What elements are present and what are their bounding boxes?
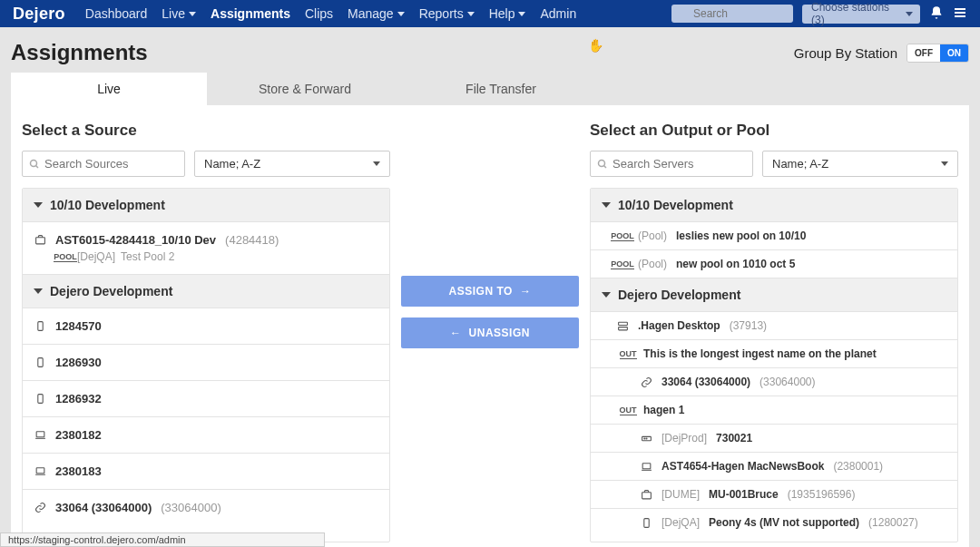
item-label: This is the longest ingest name on the p…	[643, 347, 877, 360]
link-icon	[640, 376, 652, 388]
source-item[interactable]: 2380182	[23, 417, 389, 454]
chevron-down-icon	[467, 12, 475, 16]
output-group-header[interactable]: Dejero Development	[591, 278, 957, 312]
svg-point-15	[599, 161, 605, 167]
chevron-down-icon	[189, 12, 196, 16]
tab-file-transfer[interactable]: File Transfer	[403, 73, 599, 105]
source-item[interactable]: 1286930	[23, 345, 389, 381]
menu-icon[interactable]	[953, 5, 967, 23]
item-label: new pool on 1010 oct 5	[676, 258, 795, 270]
pool-icon: POOL	[616, 258, 629, 270]
svg-rect-8	[37, 322, 42, 331]
source-group-header[interactable]: 10/10 Development	[23, 189, 389, 222]
briefcase-icon	[34, 234, 46, 247]
nav-live[interactable]: Live	[162, 6, 196, 21]
outputs-column: Select an Output or Pool Name; A-Z 10/10…	[590, 122, 958, 542]
svg-rect-10	[37, 395, 42, 404]
svg-point-21	[645, 437, 646, 438]
output-item[interactable]: [DejProd]730021	[591, 425, 957, 453]
chevron-down-icon	[397, 12, 405, 16]
nav-help[interactable]: Help	[489, 6, 526, 21]
arrow-right-icon: →	[520, 285, 532, 298]
item-prefix: (Pool)	[638, 258, 667, 270]
pool-icon: POOL	[59, 250, 72, 263]
stations-select[interactable]: Choose stations (3)	[802, 5, 920, 24]
item-label: AST4654-Hagen MacNewsBook	[662, 460, 824, 473]
output-group-header[interactable]: 10/10 Development	[591, 189, 957, 222]
nav-dashboard[interactable]: Dashboard	[85, 6, 148, 21]
svg-point-5	[31, 161, 37, 167]
source-item[interactable]: 1284570	[23, 308, 389, 345]
device-icon	[34, 393, 46, 405]
global-search-input[interactable]	[671, 5, 793, 23]
sources-search-input[interactable]	[22, 151, 185, 177]
chevron-down-icon	[34, 288, 43, 294]
output-item[interactable]: POOL(Pool)leslies new pool on 10/10	[591, 222, 957, 250]
source-item[interactable]: 33064 (33064000) (33064000)	[23, 490, 389, 525]
chevron-down-icon	[906, 12, 913, 16]
output-item[interactable]: OUTThis is the longest ingest name on th…	[591, 340, 957, 368]
source-item[interactable]: 2380183	[23, 454, 389, 490]
outputs-title: Select an Output or Pool	[590, 122, 958, 140]
toggle-on[interactable]: ON	[940, 44, 968, 62]
sources-sort-select[interactable]: Name; A-Z	[194, 151, 390, 177]
device-icon	[640, 516, 652, 529]
laptop-icon	[640, 460, 652, 473]
nav-clips[interactable]: Clips	[305, 6, 333, 21]
group-name: 10/10 Development	[50, 198, 165, 212]
item-meta: (33064000)	[161, 501, 221, 514]
sources-title: Select a Source	[22, 122, 390, 140]
out-icon: OUT	[622, 347, 634, 360]
output-item[interactable]: 33064 (33064000) (33064000)	[591, 368, 957, 396]
nav-reports[interactable]: Reports	[419, 6, 475, 21]
out-icon: OUT	[622, 404, 634, 416]
sources-column: Select a Source Name; A-Z 10/10 Developm…	[22, 122, 390, 542]
nav-assignments[interactable]: Assignments	[211, 6, 290, 21]
item-meta: (2380001)	[833, 460, 883, 473]
item-label: leslies new pool on 10/10	[676, 230, 806, 242]
item-label: Peony 4s (MV not supported)	[709, 516, 859, 529]
item-badge: [DejQA]	[77, 250, 115, 263]
assign-label: ASSIGN TO	[449, 285, 513, 298]
device-icon	[34, 357, 46, 369]
output-item[interactable]: .Hagen Desktop (37913)	[591, 312, 957, 340]
chevron-down-icon	[34, 202, 43, 208]
chevron-down-icon	[602, 292, 611, 298]
source-item[interactable]: AST6015-4284418_10/10 Dev (4284418)POOL[…	[23, 222, 389, 275]
notifications-icon[interactable]	[929, 5, 944, 23]
item-badge: [DejQA]	[662, 516, 700, 529]
svg-rect-11	[36, 432, 44, 437]
group-name: 10/10 Development	[618, 198, 733, 212]
server-icon	[616, 319, 629, 332]
svg-rect-22	[642, 463, 651, 468]
chevron-down-icon	[941, 161, 948, 166]
output-item[interactable]: [DejQA]Peony 4s (MV not supported) (1280…	[591, 509, 957, 536]
item-label: 2380183	[55, 464, 102, 478]
tab-live[interactable]: Live	[11, 73, 207, 105]
source-item[interactable]: 1286932	[23, 381, 389, 417]
item-label: hagen 1	[643, 404, 684, 416]
output-item[interactable]: AST4654-Hagen MacNewsBook (2380001)	[591, 453, 957, 481]
group-name: Dejero Development	[618, 288, 740, 302]
chevron-down-icon	[518, 12, 525, 16]
search-icon	[597, 158, 608, 172]
page-title: Assignments	[11, 40, 148, 65]
actions-column: ASSIGN TO → ← UNASSIGN	[399, 122, 581, 542]
svg-rect-18	[618, 327, 627, 329]
toggle-off[interactable]: OFF	[907, 44, 940, 62]
output-item[interactable]: OUThagen 1	[591, 396, 957, 425]
stations-select-label: Choose stations (3)	[811, 1, 897, 26]
source-group-header[interactable]: Dejero Development	[23, 275, 389, 308]
page-header: Assignments Group By Station OFF ON	[0, 27, 980, 73]
group-by-toggle: OFF ON	[906, 44, 969, 63]
assign-button[interactable]: ASSIGN TO →	[401, 276, 579, 307]
tab-store-forward[interactable]: Store & Forward	[207, 73, 403, 105]
outputs-search-input[interactable]	[590, 151, 753, 177]
output-item[interactable]: [DUME]MU-001Bruce (1935196596)	[591, 481, 957, 509]
output-item[interactable]: POOL(Pool)new pool on 1010 oct 5	[591, 250, 957, 278]
item-subtext: Test Pool 2	[121, 250, 174, 263]
nav-admin[interactable]: Admin	[540, 6, 576, 21]
nav-manage[interactable]: Manage	[348, 6, 405, 21]
unassign-button[interactable]: ← UNASSIGN	[401, 317, 579, 348]
outputs-sort-select[interactable]: Name; A-Z	[762, 151, 958, 177]
